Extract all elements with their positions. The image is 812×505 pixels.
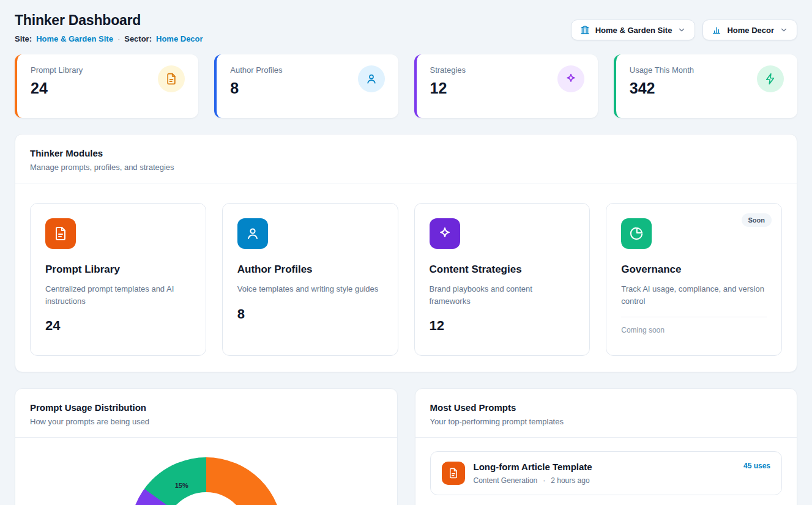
building-icon [580, 25, 590, 35]
lightning-icon [764, 73, 777, 85]
stat-label: Author Profiles [230, 65, 282, 75]
stat-value: 12 [430, 79, 466, 97]
modules-section-title: Thinker Modules [30, 148, 782, 158]
sector-label: Sector: [124, 34, 152, 43]
prompts-card-subtitle: Your top-performing prompt templates [430, 417, 783, 426]
module-title: Governance [621, 264, 681, 276]
header-left: Thinker Dashboard Site: Home & Garden Si… [15, 12, 203, 43]
separator-dot: · [543, 476, 545, 485]
site-label: Site: [15, 34, 32, 43]
bar-chart-icon [712, 25, 721, 35]
module-count: 24 [45, 318, 60, 334]
coming-soon-text: Coming soon [621, 317, 767, 334]
donut-segment-label: 15% [175, 482, 188, 489]
document-icon [448, 468, 459, 479]
module-description: Voice templates and writing style guides [237, 283, 379, 295]
usage-card-title: Prompt Usage Distribution [30, 402, 382, 413]
modules-section-subtitle: Manage prompts, profiles, and strategies [30, 163, 782, 172]
breadcrumb: Site: Home & Garden Site · Sector: Home … [15, 34, 203, 43]
thinker-modules-section: Thinker Modules Manage prompts, profiles… [15, 134, 797, 372]
prompts-card-title: Most Used Prompts [430, 402, 783, 413]
sector-link[interactable]: Home Decor [156, 34, 203, 43]
stat-label: Strategies [430, 65, 466, 75]
prompt-list-item[interactable]: Long-form Article Template Content Gener… [430, 451, 783, 495]
module-title: Content Strategies [430, 264, 522, 276]
site-selector-label: Home & Garden Site [595, 26, 672, 35]
stat-card-strategies: Strategies 12 [414, 54, 598, 118]
module-count: 12 [430, 318, 444, 334]
prompt-item-uses-badge: 45 uses [743, 462, 770, 470]
stat-value: 24 [31, 79, 83, 97]
header-actions: Home & Garden Site Home Decor [571, 12, 797, 40]
stat-value: 342 [630, 79, 694, 97]
soon-badge: Soon [742, 213, 772, 227]
stat-card-prompt-library: Prompt Library 24 [15, 54, 198, 118]
module-card-governance[interactable]: Soon Governance Track AI usage, complian… [606, 203, 782, 356]
stat-value: 8 [230, 79, 282, 97]
prompt-item-time: 2 hours ago [551, 476, 589, 485]
module-title: Prompt Library [45, 264, 120, 276]
sector-selector-dropdown[interactable]: Home Decor [702, 20, 797, 40]
prompt-usage-card: Prompt Usage Distribution How your promp… [15, 388, 398, 505]
module-description: Brand playbooks and content frameworks [430, 283, 575, 307]
usage-chart-area: 15% [15, 438, 397, 505]
prompt-item-category: Content Generation [474, 476, 538, 485]
stats-row: Prompt Library 24 Author Profiles 8 [15, 54, 797, 118]
site-link[interactable]: Home & Garden Site [36, 34, 113, 43]
bottom-row: Prompt Usage Distribution How your promp… [15, 388, 797, 505]
module-card-prompt-library[interactable]: Prompt Library Centralized prompt templa… [30, 203, 206, 356]
stat-card-author-profiles: Author Profiles 8 [214, 54, 398, 118]
chevron-down-icon [677, 26, 686, 34]
document-icon [53, 226, 68, 241]
module-description: Centralized prompt templates and AI inst… [45, 283, 191, 307]
chevron-down-icon [780, 26, 788, 34]
stat-card-usage: Usage This Month 342 [614, 54, 797, 118]
stat-label: Prompt Library [31, 65, 83, 75]
modules-grid: Prompt Library Centralized prompt templa… [15, 183, 797, 372]
sector-selector-label: Home Decor [727, 26, 774, 35]
sparkle-icon [438, 226, 452, 241]
prompt-item-title: Long-form Article Template [474, 462, 592, 472]
document-icon [165, 73, 177, 85]
module-count: 8 [237, 306, 245, 322]
module-title: Author Profiles [237, 264, 313, 276]
most-used-prompts-card: Most Used Prompts Your top-performing pr… [415, 388, 798, 505]
stat-label: Usage This Month [630, 65, 694, 75]
site-selector-dropdown[interactable]: Home & Garden Site [571, 20, 696, 40]
user-icon [365, 73, 378, 85]
page-title: Thinker Dashboard [15, 12, 203, 29]
sparkle-icon [565, 73, 577, 85]
usage-donut-chart: 15% [130, 457, 283, 505]
header: Thinker Dashboard Site: Home & Garden Si… [15, 12, 797, 43]
thinker-dashboard-page: Thinker Dashboard Site: Home & Garden Si… [0, 0, 812, 505]
module-card-content-strategies[interactable]: Content Strategies Brand playbooks and c… [414, 203, 590, 356]
donut-hole [165, 492, 248, 505]
module-description: Track AI usage, compliance, and version … [621, 283, 767, 307]
module-card-author-profiles[interactable]: Author Profiles Voice templates and writ… [222, 203, 398, 356]
separator-dot: · [117, 34, 120, 43]
pie-chart-icon [629, 226, 644, 241]
user-icon [245, 226, 260, 241]
usage-card-subtitle: How your prompts are being used [30, 417, 382, 426]
